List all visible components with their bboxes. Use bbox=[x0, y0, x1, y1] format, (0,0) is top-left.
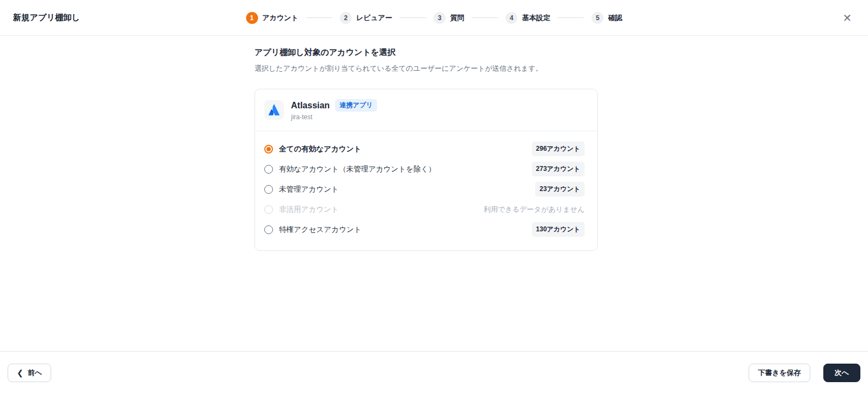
step-number-badge: 4 bbox=[506, 12, 518, 24]
save-draft-button[interactable]: 下書きを保存 bbox=[749, 364, 810, 382]
step-reviewer[interactable]: 2 レビュアー bbox=[340, 12, 392, 24]
step-connector bbox=[472, 17, 498, 18]
section-subheading: 選択したアカウントが割り当てられている全てのユーザーにアンケートが送信されます。 bbox=[254, 64, 598, 73]
step-number-badge: 5 bbox=[592, 12, 604, 24]
app-instance-name: jira-test bbox=[291, 113, 377, 121]
step-connector bbox=[558, 17, 584, 18]
radio-icon[interactable] bbox=[264, 185, 273, 194]
app-name: Atlassian bbox=[291, 101, 330, 111]
atlassian-logo-icon bbox=[264, 100, 284, 120]
step-confirm[interactable]: 5 確認 bbox=[592, 12, 622, 24]
option-inactive-accounts: 非活用アカウント 利用できるデータがありません bbox=[255, 199, 597, 219]
radio-icon[interactable] bbox=[264, 225, 273, 234]
next-button[interactable]: 次へ bbox=[823, 364, 860, 382]
chevron-left-icon: ❮ bbox=[17, 369, 23, 377]
step-number-badge: 2 bbox=[340, 12, 352, 24]
radio-disabled-icon bbox=[264, 205, 273, 214]
radio-icon[interactable] bbox=[264, 165, 273, 174]
wizard-body: アプリ棚卸し対象のアカウントを選択 選択したアカウントが割り当てられている全ての… bbox=[0, 36, 868, 351]
option-active-excluding-unmanaged[interactable]: 有効なアカウント（未管理アカウントを除く） 273アカウント bbox=[255, 159, 597, 179]
back-button[interactable]: ❮ 前へ bbox=[8, 364, 51, 382]
step-connector bbox=[306, 17, 332, 18]
wizard-header: 新規アプリ棚卸し 1 アカウント 2 レビュアー 3 質問 4 基本設定 5 確… bbox=[0, 0, 868, 36]
section-heading: アプリ棚卸し対象のアカウントを選択 bbox=[254, 47, 598, 58]
account-count-badge: 23アカウント bbox=[535, 182, 585, 197]
step-label: レビュアー bbox=[356, 13, 392, 23]
option-privileged-access-accounts[interactable]: 特権アクセスアカウント 130アカウント bbox=[255, 219, 597, 240]
account-scope-options: 全ての有効なアカウント 296アカウント 有効なアカウント（未管理アカウントを除… bbox=[255, 131, 597, 250]
step-label: 質問 bbox=[450, 13, 464, 23]
no-data-note: 利用できるデータがありません bbox=[484, 205, 585, 214]
app-identity: Atlassian 連携アプリ jira-test bbox=[291, 99, 377, 121]
app-card: Atlassian 連携アプリ jira-test 全ての有効なアカウント 29… bbox=[254, 89, 598, 251]
step-questions[interactable]: 3 質問 bbox=[434, 12, 464, 24]
step-account[interactable]: 1 アカウント bbox=[246, 12, 299, 24]
linked-app-badge: 連携アプリ bbox=[335, 99, 377, 112]
radio-selected-icon[interactable] bbox=[264, 145, 273, 154]
step-number-badge: 1 bbox=[246, 12, 258, 24]
account-count-badge: 130アカウント bbox=[532, 222, 585, 237]
step-connector bbox=[400, 17, 426, 18]
account-count-badge: 296アカウント bbox=[532, 142, 585, 156]
app-card-header: Atlassian 連携アプリ jira-test bbox=[255, 89, 597, 131]
option-unmanaged-accounts[interactable]: 未管理アカウント 23アカウント bbox=[255, 179, 597, 199]
step-number-badge: 3 bbox=[434, 12, 446, 24]
step-label: 確認 bbox=[608, 13, 622, 23]
step-label: 基本設定 bbox=[522, 13, 550, 23]
account-count-badge: 273アカウント bbox=[532, 162, 585, 176]
page-title: 新規アプリ棚卸し bbox=[13, 13, 80, 23]
wizard-footer: ❮ 前へ 下書きを保存 次へ bbox=[0, 351, 868, 399]
wizard-stepper: 1 アカウント 2 レビュアー 3 質問 4 基本設定 5 確認 bbox=[246, 12, 622, 24]
option-all-active-accounts[interactable]: 全ての有効なアカウント 296アカウント bbox=[255, 139, 597, 159]
close-icon[interactable]: ✕ bbox=[840, 10, 855, 26]
step-label: アカウント bbox=[262, 13, 299, 23]
step-basic-settings[interactable]: 4 基本設定 bbox=[506, 12, 550, 24]
